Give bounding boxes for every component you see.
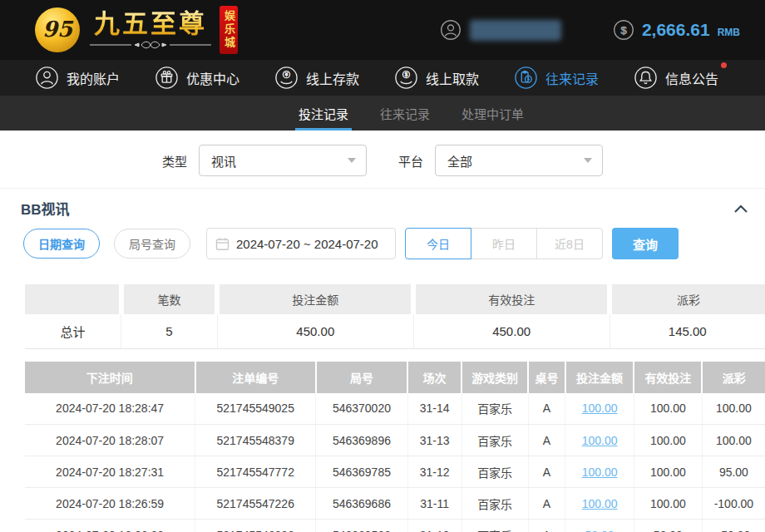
brand-name: 九五至尊 — [94, 10, 207, 38]
cell-valid-bet: 100.00 — [634, 393, 702, 425]
cell-bet-time: 2024-07-20 18:28:47 — [25, 393, 195, 425]
col-header-bet-time: 下注时间 — [25, 362, 195, 393]
cell-bet-time: 2024-07-20 18:28:07 — [25, 425, 195, 456]
nav-withdraw[interactable]: $ 线上取款 — [394, 66, 479, 90]
nav-my-account[interactable]: 我的账户 — [35, 66, 120, 90]
brand-wrap: 九五至尊 — [88, 10, 213, 50]
summary-header-valid-bet: 有效投注 — [413, 284, 610, 314]
round-query-button[interactable]: 局号查询 — [114, 229, 190, 259]
bet-amount-link[interactable]: 100.00 — [582, 497, 618, 510]
today-button[interactable]: 今日 — [405, 228, 471, 259]
summary-header-empty — [25, 284, 121, 314]
withdraw-icon: $ — [394, 66, 418, 90]
date-range-input[interactable]: 2024-07-20 ~ 2024-07-20 — [206, 228, 396, 259]
cell-order-no: 521745549025 — [195, 393, 316, 425]
chevron-up-icon[interactable] — [733, 204, 748, 214]
filter-row: 类型 视讯 平台 全部 — [0, 131, 765, 176]
chevron-down-icon — [348, 158, 356, 163]
bet-amount-link[interactable]: 50.00 — [585, 529, 614, 532]
cell-table-no: A — [528, 393, 565, 425]
cell-order-no: 521745546803 — [195, 520, 316, 532]
tab-transaction-records[interactable]: 往来记录 — [377, 96, 433, 131]
cell-game-type: 百家乐 — [461, 425, 528, 456]
cell-bet-amount: 100.00 — [565, 393, 634, 425]
cell-order-no: 521745548379 — [195, 425, 316, 456]
summary-valid-bet-value: 450.00 — [413, 314, 610, 348]
username-redacted — [470, 20, 561, 41]
balance[interactable]: $ 2,666.61 RMB — [613, 19, 740, 41]
sub-tabs: 投注记录 往来记录 处理中订单 — [0, 96, 765, 131]
gift-icon — [155, 66, 179, 90]
summary-bet-amount-value: 450.00 — [217, 314, 413, 348]
bet-amount-link[interactable]: 100.00 — [582, 401, 618, 415]
nav-label: 我的账户 — [67, 68, 120, 88]
col-header-valid-bet: 有效投注 — [634, 362, 702, 393]
cell-valid-bet: 100.00 — [634, 488, 702, 520]
svg-text:$: $ — [620, 24, 627, 37]
user-account[interactable] — [440, 19, 561, 41]
platform-select-value: 全部 — [447, 152, 584, 170]
date-query-button[interactable]: 日期查询 — [23, 229, 100, 259]
balance-amount: 2,666.61 — [642, 20, 710, 40]
cell-round-no: 546369896 — [316, 425, 407, 456]
cell-bet-amount: 100.00 — [565, 425, 634, 456]
cell-valid-bet: 100.00 — [634, 425, 702, 456]
summary-header-bet-amount: 投注金额 — [217, 284, 413, 314]
platform-filter-group: 平台 全部 — [398, 145, 603, 176]
cell-bet-amount: 100.00 — [565, 488, 634, 520]
cell-table-no: A — [528, 488, 565, 520]
bet-amount-link[interactable]: 100.00 — [582, 466, 618, 479]
cell-game-type: 百家乐 — [461, 488, 528, 520]
section-title: BB视讯 — [21, 198, 70, 219]
last-8-days-button[interactable]: 近8日 — [536, 228, 603, 259]
cell-session: 31-14 — [407, 393, 461, 425]
summary-total-label: 总计 — [25, 314, 121, 348]
yesterday-button[interactable]: 昨日 — [471, 228, 537, 259]
notification-dot — [721, 62, 727, 68]
nav-label: 优惠中心 — [186, 68, 239, 88]
cell-bet-amount: 100.00 — [565, 456, 634, 488]
section-head: BB视讯 — [0, 188, 765, 228]
cell-valid-bet: 100.00 — [634, 456, 702, 488]
table-row: 2024-07-20 18:28:47521745549025546370020… — [25, 393, 765, 425]
nav-records[interactable]: 往来记录 — [514, 66, 599, 90]
col-header-session: 场次 — [407, 362, 461, 393]
cell-order-no: 521745547772 — [195, 456, 316, 488]
summary-payout-value: 145.00 — [610, 314, 765, 348]
site-logo[interactable]: 95 九五至尊 娱乐城 — [35, 6, 238, 54]
query-row: 日期查询 局号查询 2024-07-20 ~ 2024-07-20 今日 昨日 … — [0, 228, 765, 259]
dollar-coin-icon: $ — [613, 19, 634, 41]
cell-table-no: A — [528, 456, 565, 488]
type-filter-label: 类型 — [162, 152, 187, 170]
table-row: 2024-07-20 18:26:59521745547226546369686… — [25, 488, 765, 520]
summary-header-count: 笔数 — [121, 284, 218, 314]
cell-order-no: 521745547226 — [195, 488, 316, 520]
table-row: 2024-07-20 18:26:32521745546803546369583… — [25, 520, 765, 532]
nav-label: 信息公告 — [665, 68, 718, 88]
col-header-order-no: 注单编号 — [195, 362, 316, 393]
cell-bet-amount: 50.00 — [565, 520, 634, 532]
cell-payout: 100.00 — [702, 393, 765, 425]
tab-processing-orders[interactable]: 处理中订单 — [458, 96, 527, 131]
nav-announcements[interactable]: 信息公告 — [634, 66, 718, 90]
type-select-value: 视讯 — [211, 152, 348, 170]
cell-bet-time: 2024-07-20 18:26:59 — [25, 488, 195, 520]
search-button[interactable]: 查询 — [612, 228, 679, 259]
cell-table-no: A — [528, 520, 565, 532]
platform-select[interactable]: 全部 — [435, 145, 603, 176]
summary-count-value: 5 — [121, 314, 218, 348]
cell-payout: 100.00 — [702, 425, 765, 456]
chevron-down-icon — [584, 158, 592, 163]
platform-filter-label: 平台 — [398, 152, 423, 170]
cell-session: 31-12 — [407, 456, 461, 488]
cell-table-no: A — [528, 425, 565, 456]
tab-bet-records[interactable]: 投注记录 — [295, 96, 352, 131]
bet-amount-link[interactable]: 100.00 — [582, 434, 618, 447]
nav-promotions[interactable]: 优惠中心 — [155, 66, 239, 90]
bell-icon — [634, 66, 658, 90]
nav-deposit[interactable]: ¥ 线上存款 — [274, 66, 359, 90]
user-icon — [35, 66, 59, 90]
summary-header-payout: 派彩 — [610, 284, 765, 314]
bet-records-table: 下注时间注单编号局号场次游戏类别桌号投注金额有效投注派彩 2024-07-20 … — [25, 362, 765, 532]
type-select[interactable]: 视讯 — [199, 145, 367, 176]
